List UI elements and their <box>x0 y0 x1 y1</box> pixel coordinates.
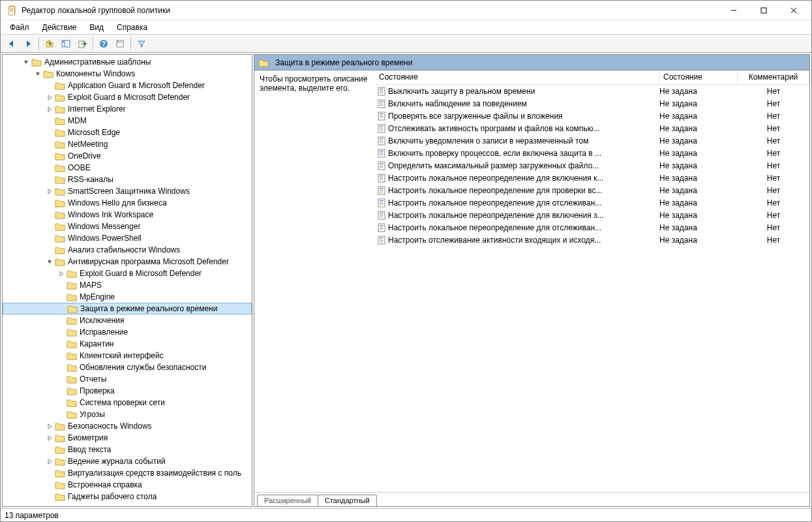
tree-item[interactable]: Windows PowerShell <box>3 232 252 244</box>
col-comment[interactable]: Комментарий <box>738 70 809 84</box>
policy-state: Не задана <box>659 186 738 195</box>
tree-item[interactable]: Гаджеты рабочего стола <box>3 491 252 502</box>
tree-item[interactable]: SmartScreen Защитника Windows <box>3 185 252 197</box>
expand-icon[interactable] <box>44 435 55 441</box>
expand-icon[interactable] <box>56 271 67 277</box>
tree-item[interactable]: Windows Messenger <box>3 221 252 232</box>
svg-rect-66 <box>380 202 382 202</box>
svg-rect-72 <box>380 215 383 216</box>
close-button[interactable] <box>779 1 809 20</box>
show-hide-tree-button[interactable] <box>59 37 73 51</box>
tree-item[interactable]: Проверка <box>3 385 252 397</box>
col-state[interactable]: Состояние <box>659 70 738 84</box>
tree-item[interactable]: Угрозы <box>3 408 252 420</box>
tree-item[interactable]: MpEngine <box>3 291 252 303</box>
tree-item[interactable]: Компоненты Windows <box>3 68 252 80</box>
svg-rect-80 <box>380 238 383 238</box>
collapse-icon[interactable] <box>33 71 43 77</box>
policy-row[interactable]: Определить максимальный размер загруженн… <box>375 159 809 172</box>
menu-file[interactable]: Файл <box>5 22 35 33</box>
expand-icon[interactable] <box>44 423 55 429</box>
tree-item-label: Microsoft Edge <box>68 128 120 137</box>
policy-row[interactable]: Включить наблюдение за поведениемНе зада… <box>375 97 809 110</box>
folder-icon <box>55 468 65 478</box>
svg-rect-30 <box>380 114 383 114</box>
filter-button[interactable] <box>134 37 149 51</box>
tab-standard[interactable]: Стандартный <box>318 495 377 506</box>
policy-name: Включить наблюдение за поведением <box>388 99 659 108</box>
collapse-icon[interactable] <box>21 59 31 65</box>
expand-icon[interactable] <box>44 459 55 465</box>
menu-help[interactable]: Справка <box>112 22 153 33</box>
expand-icon[interactable] <box>44 95 55 100</box>
tree-item[interactable]: Internet Explorer <box>3 103 252 115</box>
tree-item[interactable]: OOBE <box>3 162 252 174</box>
col-name[interactable]: Состояние <box>375 70 659 84</box>
policy-row[interactable]: Настроить локальное переопределение для … <box>375 196 809 209</box>
expand-icon[interactable] <box>44 189 55 194</box>
tree-item[interactable]: Application Guard в Microsoft Defender <box>3 80 252 91</box>
tree-item[interactable]: Анализ стабильности Windows <box>3 244 252 256</box>
tree-scroll[interactable]: Административные шаблоныКомпоненты Windo… <box>3 55 252 506</box>
maximize-button[interactable] <box>749 1 779 20</box>
help-button[interactable]: ? <box>97 37 111 51</box>
policy-row[interactable]: Отслеживать активность программ и файлов… <box>375 122 809 134</box>
policy-name: Настроить локальное переопределение для … <box>388 186 659 195</box>
folder-icon <box>55 104 65 114</box>
tree-item[interactable]: RSS-каналы <box>3 174 252 185</box>
policy-state: Не задана <box>659 124 738 133</box>
policy-row[interactable]: Включить проверку процессов, если включе… <box>375 147 809 159</box>
tree-item[interactable]: Windows Hello для бизнеса <box>3 197 252 209</box>
policy-row[interactable]: Настроить локальное переопределение для … <box>375 184 809 196</box>
forward-button[interactable] <box>21 37 35 51</box>
tree-item[interactable]: Ведение журнала событий <box>3 455 252 467</box>
back-button[interactable] <box>5 37 19 51</box>
tree-item[interactable]: Microsoft Edge <box>3 127 252 138</box>
policy-row[interactable]: Настроить локальное переопределение для … <box>375 209 809 221</box>
svg-rect-22 <box>380 91 383 92</box>
svg-rect-50 <box>380 163 383 164</box>
tree-item[interactable]: Виртуализация средств взаимодействия с п… <box>3 467 252 479</box>
policy-row[interactable]: Настроить локальное переопределение для … <box>375 172 809 184</box>
tree-item[interactable]: Обновления службы безопасности <box>3 361 252 373</box>
menu-action[interactable]: Действие <box>37 22 82 33</box>
tree-item[interactable]: Встроенная справка <box>3 479 252 491</box>
window-controls <box>719 1 809 20</box>
tree-item[interactable]: Клиентский интерфейс <box>3 350 252 361</box>
policy-list[interactable]: Состояние Состояние Комментарий Выключит… <box>375 70 809 492</box>
tree-item-label: SmartScreen Защитника Windows <box>68 187 190 196</box>
policy-row[interactable]: Включить уведомления о записи в неразмеч… <box>375 134 809 147</box>
minimize-button[interactable] <box>719 1 749 20</box>
tab-extended[interactable]: Расширенный <box>257 495 318 506</box>
tree-item[interactable]: MAPS <box>3 279 252 291</box>
tree-item[interactable]: Защита в режиме реального времени <box>3 303 252 315</box>
tree-item[interactable]: Отчеты <box>3 373 252 385</box>
tree-item[interactable]: Система проверки сети <box>3 397 252 408</box>
tree-item[interactable]: Карантин <box>3 338 252 350</box>
menu-view[interactable]: Вид <box>84 22 109 33</box>
tree-item[interactable]: Безопасность Windows <box>3 420 252 432</box>
tree-item[interactable]: Антивирусная программа Microsoft Defende… <box>3 256 252 268</box>
tree-item[interactable]: Исключения <box>3 315 252 326</box>
svg-rect-43 <box>380 142 383 143</box>
tree-item[interactable]: Биометрия <box>3 432 252 444</box>
policy-row[interactable]: Выключить защиту в реальном времениНе за… <box>375 85 809 97</box>
tree-item[interactable]: NetMeeting <box>3 138 252 150</box>
policy-row[interactable]: Настроить локальное переопределение для … <box>375 221 809 234</box>
tree-item[interactable]: OneDrive <box>3 150 252 162</box>
export-button[interactable] <box>75 37 89 51</box>
tree-item[interactable]: Исправление <box>3 326 252 338</box>
collapse-icon[interactable] <box>44 259 55 265</box>
tree-item[interactable]: Exploit Guard в Microsoft Defender <box>3 91 252 103</box>
properties-button[interactable] <box>113 37 127 51</box>
expand-icon[interactable] <box>44 106 55 112</box>
tree-item[interactable]: Windows Ink Workspace <box>3 209 252 221</box>
tree-item[interactable]: Exploit Guard в Microsoft Defender <box>3 268 252 279</box>
up-button[interactable] <box>42 37 57 51</box>
tree-item[interactable]: Административные шаблоны <box>3 56 252 68</box>
policy-row[interactable]: Проверять все загруженные файлы и вложен… <box>375 110 809 122</box>
policy-row[interactable]: Настроить отслеживание активности входящ… <box>375 234 809 246</box>
folder-icon <box>55 221 65 232</box>
tree-item[interactable]: MDM <box>3 115 252 127</box>
tree-item[interactable]: Ввод текста <box>3 444 252 455</box>
